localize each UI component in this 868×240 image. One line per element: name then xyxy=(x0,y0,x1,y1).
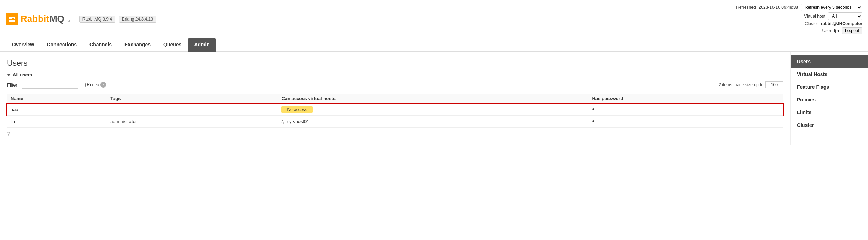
password-bullet: • xyxy=(592,106,594,113)
rabbitmq-logo-icon xyxy=(6,13,18,25)
user-name-cell: aaa xyxy=(7,104,107,116)
main-content: Users All users Filter: Regex ? 2 items,… xyxy=(0,52,868,145)
filter-area: Filter: Regex ? 2 items, page size up to xyxy=(7,81,783,89)
users-table: Name Tags Can access virtual hosts Has p… xyxy=(7,94,783,128)
refresh-select[interactable]: Refresh every 5 seconds No refresh Refre… xyxy=(801,4,862,11)
all-users-section-header: All users xyxy=(7,72,783,77)
sidebar-item-policies[interactable]: Policies xyxy=(791,93,868,106)
regex-checkbox[interactable] xyxy=(81,83,86,87)
users-table-wrapper: Name Tags Can access virtual hosts Has p… xyxy=(7,94,783,137)
password-bullet: • xyxy=(592,118,594,125)
nav-item-overview[interactable]: Overview xyxy=(6,38,40,52)
user-tags-cell: administrator xyxy=(107,116,278,128)
refreshed-label: Refreshed xyxy=(736,5,756,10)
logo-area: RabbitMQTM RabbitMQ 3.9.4 Erlang 24.3.4.… xyxy=(6,13,156,25)
rabbitmq-version: RabbitMQ 3.9.4 xyxy=(79,16,115,23)
user-access-cell: /, my-vhost01 xyxy=(278,116,588,128)
regex-label: Regex xyxy=(87,82,99,87)
filter-input[interactable] xyxy=(22,81,78,89)
version-info: RabbitMQ 3.9.4 Erlang 24.3.4.13 xyxy=(79,16,156,23)
filter-label: Filter: xyxy=(7,82,19,88)
svg-rect-0 xyxy=(7,14,17,24)
svg-rect-1 xyxy=(9,17,12,19)
table-help-icon[interactable]: ? xyxy=(7,131,10,137)
all-users-label: All users xyxy=(13,72,32,77)
page-title: Users xyxy=(7,59,783,68)
nav-item-admin[interactable]: Admin xyxy=(188,38,216,52)
pagination-info: 2 items, page size up to xyxy=(718,81,783,88)
nav-item-exchanges[interactable]: Exchanges xyxy=(118,38,157,52)
header-right: Refreshed 2023-10-10 09:48:38 Refresh ev… xyxy=(736,4,862,34)
nav-item-channels[interactable]: Channels xyxy=(83,38,118,52)
logo-text: RabbitMQTM xyxy=(21,13,70,24)
user-password-cell: • xyxy=(588,116,783,128)
cluster-name: rabbit@JHComputer xyxy=(821,21,862,26)
sidebar-item-users[interactable]: Users xyxy=(791,55,868,68)
erlang-version: Erlang 24.3.4.13 xyxy=(119,16,156,23)
user-name: ljh xyxy=(834,28,839,33)
collapse-icon[interactable] xyxy=(7,74,11,76)
sidebar: Users Virtual Hosts Feature Flags Polici… xyxy=(790,52,868,145)
page-size-input[interactable] xyxy=(765,81,783,88)
user-label: User xyxy=(822,28,831,33)
user-password-cell: • xyxy=(588,104,783,116)
col-has-password: Has password xyxy=(588,94,783,104)
svg-rect-3 xyxy=(9,20,15,22)
nav-item-queues[interactable]: Queues xyxy=(157,38,188,52)
refresh-row: Refreshed 2023-10-10 09:48:38 Refresh ev… xyxy=(736,4,862,11)
sidebar-item-limits[interactable]: Limits xyxy=(791,106,868,119)
pagination-text: 2 items, page size up to xyxy=(718,82,763,87)
sidebar-item-cluster[interactable]: Cluster xyxy=(791,119,868,131)
col-name: Name xyxy=(7,94,107,104)
svg-rect-4 xyxy=(14,18,15,19)
user-row: User ljh Log out xyxy=(822,27,862,34)
no-access-badge: No access xyxy=(281,106,313,113)
vhost-select[interactable]: All / my-vhost01 xyxy=(828,12,862,20)
nav-item-connections[interactable]: Connections xyxy=(40,38,83,52)
regex-area: Regex ? xyxy=(81,82,106,88)
vhost-label: Virtual host xyxy=(804,14,825,19)
svg-rect-2 xyxy=(12,17,15,18)
table-row[interactable]: aaa No access • xyxy=(7,104,783,116)
logout-button[interactable]: Log out xyxy=(842,27,862,34)
sidebar-item-virtual-hosts[interactable]: Virtual Hosts xyxy=(791,68,868,81)
col-can-access: Can access virtual hosts xyxy=(278,94,588,104)
header: RabbitMQTM RabbitMQ 3.9.4 Erlang 24.3.4.… xyxy=(0,0,868,38)
col-tags: Tags xyxy=(107,94,278,104)
cluster-label: Cluster xyxy=(805,21,818,26)
table-row[interactable]: ljh administrator /, my-vhost01 • xyxy=(7,116,783,128)
main-nav: Overview Connections Channels Exchanges … xyxy=(0,38,868,52)
content-area: Users All users Filter: Regex ? 2 items,… xyxy=(0,52,790,145)
user-name-cell: ljh xyxy=(7,116,107,128)
sidebar-item-feature-flags[interactable]: Feature Flags xyxy=(791,81,868,93)
regex-help-icon[interactable]: ? xyxy=(100,82,106,88)
vhost-row: Virtual host All / my-vhost01 xyxy=(804,12,862,20)
user-access-cell: No access xyxy=(278,104,588,116)
user-tags-cell xyxy=(107,104,278,116)
table-header-row: Name Tags Can access virtual hosts Has p… xyxy=(7,94,783,104)
refreshed-timestamp: 2023-10-10 09:48:38 xyxy=(759,5,798,10)
cluster-row: Cluster rabbit@JHComputer xyxy=(805,21,862,26)
